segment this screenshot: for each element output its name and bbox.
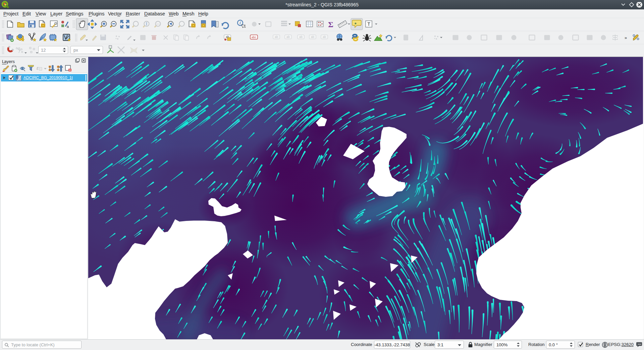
- svg-text:»: »: [625, 35, 627, 40]
- svg-text:ab: ab: [299, 35, 303, 39]
- svg-text:i: i: [239, 21, 241, 25]
- svg-text:ab: ab: [275, 35, 278, 39]
- svg-text:a: a: [67, 24, 69, 28]
- svg-text:ab: ab: [286, 35, 290, 39]
- svg-text:1:1: 1:1: [156, 23, 160, 25]
- svg-text:abc: abc: [252, 36, 257, 39]
- svg-text:ab: ab: [311, 35, 314, 39]
- svg-text:ab: ab: [323, 35, 326, 39]
- svg-text:Σ: Σ: [328, 20, 333, 29]
- svg-text:T: T: [367, 21, 370, 27]
- svg-text:ε: ε: [37, 65, 39, 71]
